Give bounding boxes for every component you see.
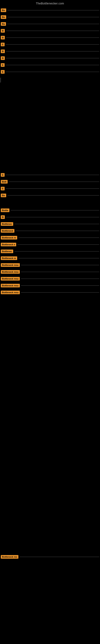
bottom-badges-section: E Bott E Bo Bottle B Bottlenec Bottlenec… bbox=[0, 171, 100, 296]
content-area-2 bbox=[0, 133, 100, 169]
bar-bb12 bbox=[18, 258, 99, 258]
badge-bb13[interactable]: Bottleneck resu bbox=[1, 263, 20, 267]
badge-b9[interactable]: E bbox=[1, 63, 4, 67]
row-bb17: Bottleneck resu bbox=[0, 290, 100, 295]
bar-1 bbox=[7, 10, 99, 10]
row-bb2: Bott bbox=[0, 179, 100, 184]
bar-9 bbox=[6, 65, 99, 65]
badge-b3[interactable]: Ba bbox=[1, 22, 6, 26]
badge-bb4[interactable]: Bo bbox=[1, 194, 6, 197]
badge-bb18[interactable]: Bottleneck res bbox=[1, 555, 18, 559]
badge-bb9[interactable]: Bottleneck re bbox=[1, 236, 17, 240]
badge-bb10[interactable]: Bottleneck e bbox=[1, 243, 16, 246]
row-bb16: Bottleneck resu bbox=[0, 283, 100, 288]
top-badges-section: Bo Bo Ba B B E B B E E bbox=[0, 6, 100, 75]
bar-10 bbox=[6, 72, 99, 72]
badge-b5[interactable]: B bbox=[1, 36, 5, 40]
bar-8 bbox=[6, 58, 99, 58]
badge-b8[interactable]: B bbox=[1, 56, 5, 60]
badge-bb1[interactable]: E bbox=[1, 173, 4, 177]
row-bb3: E bbox=[0, 186, 100, 191]
bar-bb11 bbox=[14, 251, 99, 252]
row-bb13: Bottleneck resu bbox=[0, 262, 100, 268]
bottom-final-section: Bottleneck res bbox=[0, 554, 100, 560]
bar-6 bbox=[6, 44, 99, 45]
badge-b4[interactable]: B bbox=[1, 29, 5, 32]
bar-bb7 bbox=[14, 224, 99, 224]
bar-bb4 bbox=[7, 195, 99, 196]
site-title: TheBottlenecker.com bbox=[36, 2, 64, 5]
row-3: Ba bbox=[0, 21, 100, 26]
bar-bb6 bbox=[6, 217, 99, 217]
badge-bb12[interactable]: Bottleneck re bbox=[1, 256, 17, 260]
badge-bb14[interactable]: Bottleneck resu bbox=[1, 270, 20, 274]
row-2: Bo bbox=[0, 14, 100, 20]
row-10: E bbox=[0, 69, 100, 74]
row-8: B bbox=[0, 56, 100, 61]
badge-b2[interactable]: Bo bbox=[1, 15, 6, 19]
row-7: B bbox=[0, 49, 100, 54]
bar-bb2 bbox=[9, 182, 99, 182]
bar-4 bbox=[6, 30, 99, 31]
bar-7 bbox=[6, 51, 99, 52]
badge-bb7[interactable]: Bottlenec bbox=[1, 222, 13, 226]
row-bb1: E bbox=[0, 172, 100, 178]
bar-bb3 bbox=[6, 188, 99, 189]
badge-b1[interactable]: Bo bbox=[1, 8, 6, 12]
row-4: B bbox=[0, 28, 100, 34]
badge-bb17[interactable]: Bottleneck resu bbox=[1, 290, 20, 294]
badge-b7[interactable]: B bbox=[1, 50, 5, 53]
spacer-large bbox=[0, 296, 100, 554]
badge-b6[interactable]: E bbox=[1, 43, 4, 46]
row-bb12: Bottleneck re bbox=[0, 256, 100, 261]
row-bb8: Bottleneck bbox=[0, 228, 100, 234]
bar-2 bbox=[7, 17, 99, 17]
badge-bb15[interactable]: Bottleneck resu bbox=[1, 277, 20, 280]
badge-b10[interactable]: E bbox=[1, 70, 4, 74]
bar-5 bbox=[6, 38, 99, 38]
bar-bb14 bbox=[21, 272, 99, 272]
row-5: B bbox=[0, 35, 100, 40]
row-9: E bbox=[0, 62, 100, 68]
badge-bb6[interactable]: B bbox=[1, 215, 5, 219]
footer-space bbox=[0, 560, 100, 625]
badge-bb3[interactable]: E bbox=[1, 187, 4, 190]
row-6: E bbox=[0, 42, 100, 47]
badge-bb11[interactable]: Bottlenec bbox=[1, 250, 13, 253]
row-bb18: Bottleneck res bbox=[0, 554, 100, 560]
row-bb15: Bottleneck resu bbox=[0, 276, 100, 281]
badge-bb5[interactable]: Bottle bbox=[1, 208, 9, 212]
bar-3 bbox=[7, 24, 99, 24]
row-bb11: Bottlenec bbox=[0, 249, 100, 254]
bar-bb10 bbox=[17, 244, 99, 245]
bar-bb16 bbox=[21, 285, 99, 286]
chart-area bbox=[0, 84, 100, 133]
row-bb4: Bo bbox=[0, 193, 100, 198]
bar-bb13 bbox=[21, 265, 99, 265]
badge-bb16[interactable]: Bottleneck resu bbox=[1, 284, 20, 288]
row-bb14: Bottleneck resu bbox=[0, 269, 100, 274]
row-bb9: Bottleneck re bbox=[0, 235, 100, 240]
row-bb6: B bbox=[0, 214, 100, 220]
spacer-1 bbox=[0, 198, 100, 207]
site-header: TheBottlenecker.com bbox=[0, 0, 100, 6]
bar-bb15 bbox=[21, 278, 99, 279]
row-bb5: Bottle bbox=[0, 208, 100, 213]
bar-bb17 bbox=[21, 292, 99, 292]
bar-bb5 bbox=[11, 210, 99, 210]
row-bb7: Bottlenec bbox=[0, 222, 100, 226]
row-1: Bo bbox=[0, 8, 100, 13]
bar-bb9 bbox=[18, 238, 99, 238]
bar-bb18 bbox=[20, 557, 99, 557]
vline-marker bbox=[0, 78, 100, 82]
row-bb10: Bottleneck e bbox=[0, 242, 100, 247]
bar-bb1 bbox=[6, 175, 99, 175]
bar-bb8 bbox=[16, 231, 99, 231]
badge-bb8[interactable]: Bottleneck bbox=[1, 229, 14, 233]
badge-bb2[interactable]: Bott bbox=[1, 180, 8, 184]
